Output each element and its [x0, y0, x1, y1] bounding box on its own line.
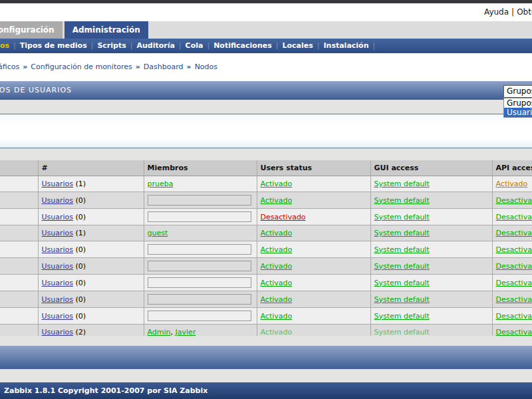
- cell-gui-access: System default: [370, 258, 492, 275]
- column-header-api-access: API access: [492, 160, 532, 176]
- divider-strip-top: [0, 100, 532, 114]
- dropdown-option-grupos-de-usuarios[interactable]: Grupos de usuarios: [504, 98, 532, 108]
- help-link[interactable]: Ayuda: [484, 7, 509, 17]
- cell-user-count: Usuarios (0): [38, 209, 144, 225]
- cell-members: [144, 192, 257, 209]
- gui-access-link[interactable]: System default: [374, 279, 430, 287]
- cell-members: guest: [144, 225, 257, 241]
- entity-dropdown[interactable]: Grupos de usuarios: [503, 85, 532, 98]
- users-count-link[interactable]: Usuarios: [42, 213, 74, 221]
- users-status-link[interactable]: Activado: [261, 279, 293, 287]
- users-count-link[interactable]: Usuarios: [42, 279, 74, 287]
- gui-access-link[interactable]: System default: [374, 295, 430, 304]
- menu-item-auditoria[interactable]: Auditoría: [132, 41, 178, 50]
- users-status-link[interactable]: Activado: [261, 229, 293, 237]
- users-status-link[interactable]: Activado: [261, 312, 293, 321]
- cell-user-count: Usuarios (0): [38, 275, 144, 291]
- cell-members: [144, 209, 257, 225]
- api-access-link[interactable]: Activado: [496, 180, 528, 188]
- menu-item-locales[interactable]: Locales: [278, 41, 317, 50]
- cell-group-name: [0, 225, 38, 241]
- user-groups-table: #MiembrosUsers statusGUI accessAPI acces…: [0, 160, 532, 340]
- divider-strip-bottom: [0, 369, 532, 382]
- breadcrumb-item-configuracion-de-monitores[interactable]: Configuración de monitores: [31, 63, 132, 71]
- breadcrumb-separator: »: [136, 63, 140, 71]
- users-status-link[interactable]: Activado: [261, 262, 293, 271]
- breadcrumb-item-nodos[interactable]: Nodos: [195, 63, 217, 71]
- menu-item-cola[interactable]: Cola: [182, 41, 207, 50]
- gui-access-link[interactable]: System default: [374, 245, 430, 254]
- api-access-link[interactable]: Desactivado: [496, 279, 532, 287]
- user-groups-table-wrap: #MiembrosUsers statusGUI accessAPI acces…: [0, 160, 532, 340]
- api-access-link[interactable]: Desactivado: [496, 262, 532, 271]
- cell-users-status: Activado: [257, 275, 370, 291]
- gui-access-link[interactable]: System default: [374, 262, 430, 271]
- cell-api-access: Desactivado: [492, 225, 532, 241]
- menu-item-instalacion[interactable]: Instalación: [319, 41, 372, 50]
- user-count-value: (1): [76, 180, 86, 188]
- table-row: Usuarios (1)guestActivadoSystem defaultD…: [0, 225, 532, 241]
- dropdown-option-usuarios[interactable]: Usuarios: [504, 108, 532, 117]
- menu-item-usuarios[interactable]: Usuarios: [0, 41, 13, 50]
- users-count-link[interactable]: Usuarios: [42, 262, 74, 271]
- footer-copyright: Zabbix 1.8.1 Copyright 2001-2007 por SIA…: [0, 382, 532, 399]
- member-link-guest[interactable]: guest: [148, 229, 168, 237]
- cell-user-count: Usuarios (1): [38, 225, 144, 241]
- api-access-link[interactable]: Desactivado: [496, 312, 532, 321]
- api-access-link[interactable]: Desactivado: [496, 213, 532, 221]
- cell-members: [144, 308, 257, 325]
- users-count-link[interactable]: Usuarios: [42, 229, 74, 237]
- gui-access-link[interactable]: System default: [374, 229, 430, 237]
- tab-configuracion[interactable]: Configuración: [0, 21, 63, 39]
- zabbix-admin-screen: Ayuda|Obtener soporte ConfiguraciónAdmin…: [0, 0, 532, 399]
- users-status-link[interactable]: Activado: [261, 295, 293, 304]
- users-count-link[interactable]: Usuarios: [42, 245, 74, 254]
- members-empty-box: [148, 195, 251, 205]
- cell-users-status: Activado: [257, 192, 370, 209]
- users-count-link[interactable]: Usuarios: [42, 180, 74, 188]
- table-row: Usuarios (0)DesactivadoSystem defaultDes…: [0, 209, 532, 225]
- users-count-link[interactable]: Usuarios: [42, 196, 74, 205]
- cell-group-name: [0, 291, 38, 308]
- cell-user-count: Usuarios (0): [38, 308, 144, 325]
- members-empty-box: [148, 261, 251, 271]
- member-link-prueba[interactable]: prueba: [148, 180, 174, 188]
- cell-api-access: Desactivado: [492, 209, 532, 225]
- cell-users-status: Activado: [257, 241, 370, 258]
- cell-group-name: [0, 192, 38, 209]
- cell-group-name: [0, 176, 38, 192]
- entity-dropdown-list: Grupos de usuariosUsuarios: [503, 98, 532, 118]
- breadcrumb-item-graficos[interactable]: Gráficos: [0, 63, 19, 71]
- api-access-link[interactable]: Desactivado: [496, 245, 532, 254]
- api-access-link[interactable]: Desactivado: [496, 196, 532, 205]
- user-count-value: (0): [76, 279, 86, 287]
- cell-gui-access: System default: [370, 308, 492, 325]
- api-access-link[interactable]: Desactivado: [496, 229, 532, 237]
- menu-item-scripts[interactable]: Scripts: [93, 41, 130, 50]
- gui-access-link[interactable]: System default: [374, 180, 430, 188]
- cell-gui-access: System default: [370, 225, 492, 241]
- menu-item-notificaciones[interactable]: Notificaciones: [209, 41, 276, 50]
- gui-access-link[interactable]: System default: [374, 312, 430, 321]
- menu-item-tipos-de-medios[interactable]: Tipos de medios: [16, 41, 91, 50]
- users-status-link[interactable]: Activado: [261, 245, 293, 254]
- users-count-link[interactable]: Usuarios: [42, 312, 74, 321]
- breadcrumb: Gráficos»Configuración de monitores»Dash…: [0, 63, 217, 71]
- breadcrumb-item-dashboard[interactable]: Dashboard: [144, 63, 184, 71]
- users-status-link[interactable]: Desactivado: [261, 213, 306, 221]
- tab-administracion[interactable]: Administración: [65, 21, 148, 39]
- cell-gui-access: System default: [370, 291, 492, 308]
- api-access-link[interactable]: Desactivado: [496, 295, 532, 304]
- column-header-gui-access: GUI access: [370, 160, 492, 176]
- gui-access-link[interactable]: System default: [374, 213, 430, 221]
- table-row: Usuarios (0)ActivadoSystem defaultDesact…: [0, 291, 532, 308]
- gui-access-link[interactable]: System default: [374, 196, 430, 205]
- breadcrumb-separator: »: [187, 63, 192, 71]
- users-status-link[interactable]: Activado: [261, 180, 293, 188]
- users-count-link[interactable]: Usuarios: [42, 295, 74, 304]
- cell-api-access: Desactivado: [492, 308, 532, 325]
- top-dark-bar: [0, 0, 532, 3]
- members-empty-box: [148, 294, 251, 305]
- support-link[interactable]: Obtener soporte: [517, 7, 532, 17]
- users-status-link[interactable]: Activado: [261, 196, 293, 205]
